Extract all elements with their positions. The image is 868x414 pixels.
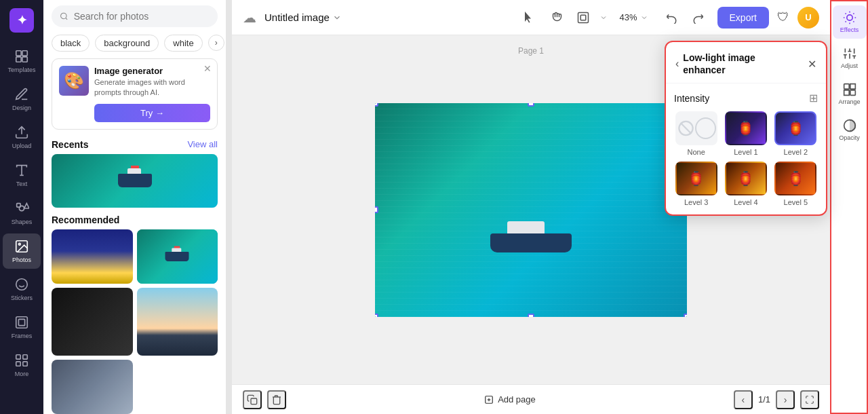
next-page-button[interactable]: › <box>776 390 795 409</box>
tags-row: black background white › <box>43 33 226 56</box>
title-dropdown-icon <box>332 13 342 22</box>
effects-panel-title: Low-light imageenhancer <box>679 52 808 76</box>
level-2[interactable]: 🏮 Level 2 <box>774 111 818 156</box>
search-icon <box>60 12 68 21</box>
bottom-bar: Add page ‹ 1/1 › <box>232 384 830 414</box>
intensity-label: Intensity <box>674 93 709 104</box>
hand-icon <box>550 12 562 24</box>
level-4-thumb: 🏮 <box>725 162 767 195</box>
redo-button[interactable] <box>688 7 709 29</box>
banner-title: Image generator <box>94 66 210 76</box>
sidebar-item-shapes[interactable]: Shapes <box>3 195 41 231</box>
left-panel: black background white › 🎨 Image generat… <box>43 0 226 414</box>
search-input[interactable] <box>74 11 210 22</box>
level-none[interactable]: None <box>674 111 718 156</box>
banner-cta-button[interactable]: Try → <box>94 104 210 122</box>
export-button[interactable]: Export <box>717 7 769 29</box>
svg-rect-15 <box>16 317 28 328</box>
pointer-tool-button[interactable] <box>518 7 540 29</box>
sidebar-item-photos[interactable]: Photos <box>3 233 41 269</box>
tags-more-arrow[interactable]: › <box>208 35 224 51</box>
adjust-panel-tab[interactable]: Adjust <box>833 41 867 75</box>
level-4[interactable]: 🏮 Level 4 <box>724 162 768 206</box>
rec-image-4[interactable] <box>137 288 218 356</box>
view-all-link[interactable]: View all <box>187 139 218 149</box>
intensity-settings-icon[interactable]: ⊞ <box>809 92 818 105</box>
svg-rect-45 <box>850 90 855 96</box>
svg-point-12 <box>16 279 28 290</box>
level-5-label: Level 5 <box>784 198 808 206</box>
rec-image-3[interactable] <box>52 288 133 356</box>
svg-rect-23 <box>580 15 586 20</box>
user-avatar[interactable]: U <box>797 7 819 29</box>
app-logo[interactable]: ✦ <box>9 8 34 33</box>
boat-illustration <box>484 212 578 252</box>
cloud-icon: ☁ <box>243 10 256 26</box>
intensity-row: Intensity ⊞ <box>674 92 818 105</box>
level-3[interactable]: 🏮 Level 3 <box>674 162 718 206</box>
sidebar-item-design[interactable]: Design <box>3 81 41 117</box>
rec-image-5[interactable] <box>52 360 133 414</box>
effects-close-button[interactable]: ✕ <box>808 58 816 71</box>
page-label: Page 1 <box>518 46 544 56</box>
toolbar-icons: 43% <box>518 7 709 29</box>
fit-page-button[interactable] <box>800 390 819 409</box>
svg-rect-44 <box>844 84 849 90</box>
svg-rect-20 <box>23 362 27 366</box>
svg-rect-3 <box>22 57 27 62</box>
svg-rect-18 <box>23 355 27 359</box>
tag-black[interactable]: black <box>52 35 90 52</box>
level-5[interactable]: 🏮 Level 5 <box>774 162 818 206</box>
right-panel: Effects Adjust Arrange Opacity <box>830 0 868 414</box>
arrange-panel-tab[interactable]: Arrange <box>833 77 867 111</box>
svg-marker-9 <box>24 204 29 208</box>
effects-panel: ‹ Low-light imageenhancer ✕ Intensity ⊞ … <box>665 41 827 216</box>
svg-rect-1 <box>22 51 27 56</box>
svg-rect-17 <box>16 355 20 359</box>
undo-button[interactable] <box>660 7 682 29</box>
bottom-center-actions: Add page <box>479 392 541 407</box>
sidebar-item-frames[interactable]: Frames <box>3 309 41 345</box>
adjust-icon <box>843 47 856 60</box>
effects-panel-tab[interactable]: Effects <box>833 5 867 39</box>
page-info: 1/1 <box>758 394 770 404</box>
zoom-control[interactable]: 43% <box>613 10 655 25</box>
recent-image[interactable] <box>52 154 218 208</box>
level-4-label: Level 4 <box>734 198 757 206</box>
hand-tool-button[interactable] <box>545 7 567 29</box>
canvas-frame[interactable]: ↻ ⋯ <box>375 103 687 317</box>
prev-page-button[interactable]: ‹ <box>734 390 753 409</box>
level-none-label: None <box>688 148 705 156</box>
search-bar[interactable] <box>52 5 218 27</box>
frame-tool-button[interactable] <box>572 7 594 29</box>
sidebar-item-templates[interactable]: Templates <box>3 43 41 79</box>
document-title[interactable]: Untitled image <box>264 12 342 23</box>
image-generator-banner: 🎨 Image generator Generate images with w… <box>52 58 218 130</box>
recommended-grid <box>43 229 226 414</box>
rec-image-1[interactable] <box>52 229 133 284</box>
effects-panel-body: Intensity ⊞ None 🏮 Level 1 🏮 <box>666 83 826 214</box>
delete-page-button[interactable] <box>267 390 286 409</box>
add-page-button[interactable]: Add page <box>479 392 541 407</box>
banner-thumbnail: 🎨 <box>59 66 89 96</box>
level-3-label: Level 3 <box>684 198 708 206</box>
level-1[interactable]: 🏮 Level 1 <box>724 111 768 156</box>
svg-point-11 <box>18 243 20 245</box>
tag-white[interactable]: white <box>164 35 202 52</box>
svg-line-48 <box>680 123 691 134</box>
sidebar-item-upload[interactable]: Upload <box>3 119 41 155</box>
arrange-icon <box>843 83 856 96</box>
panel-resize-handle[interactable] <box>226 0 232 414</box>
tag-background[interactable]: background <box>95 35 159 52</box>
sidebar-item-more[interactable]: More <box>3 347 41 383</box>
banner-close-button[interactable]: ✕ <box>203 63 212 74</box>
duplicate-page-button[interactable] <box>243 390 262 409</box>
svg-rect-19 <box>16 362 20 366</box>
rec-image-2[interactable] <box>137 229 218 284</box>
svg-point-34 <box>846 15 852 20</box>
svg-point-21 <box>61 13 66 18</box>
frame-icon <box>577 12 589 24</box>
sidebar-item-text[interactable]: Text <box>3 157 41 193</box>
opacity-panel-tab[interactable]: Opacity <box>833 113 867 147</box>
sidebar-item-stickers[interactable]: Stickers <box>3 271 41 307</box>
